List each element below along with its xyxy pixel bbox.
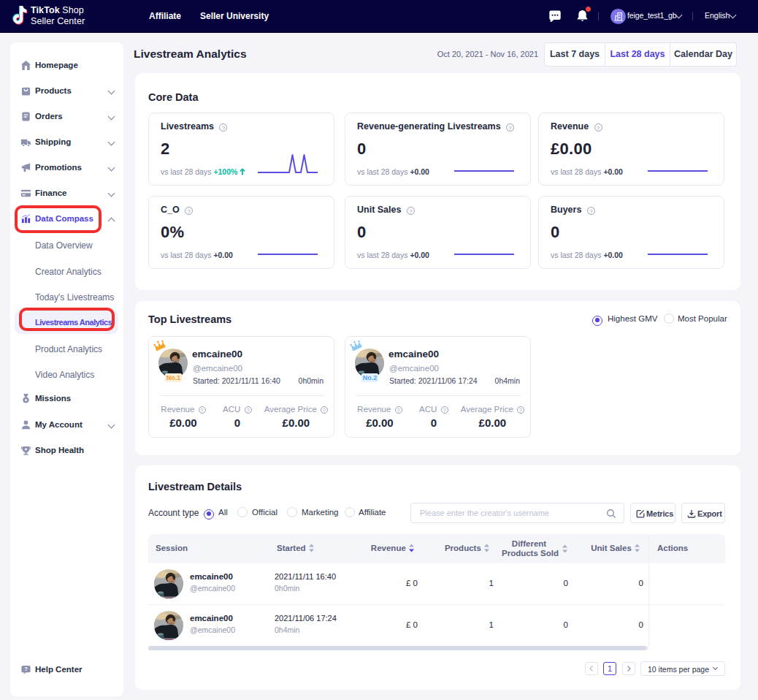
svg-text:?: ? xyxy=(24,666,28,672)
